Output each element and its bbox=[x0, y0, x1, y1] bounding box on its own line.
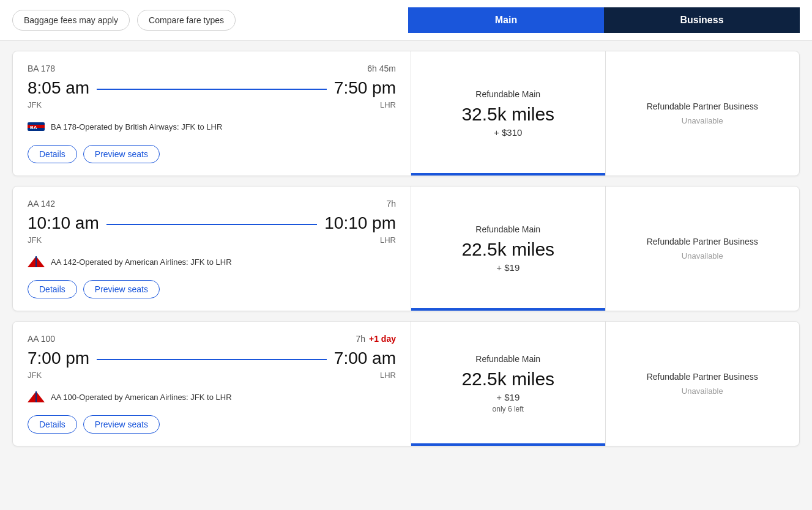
flight-number: AA 142 bbox=[28, 199, 55, 209]
fare-biz-unavailable: Unavailable bbox=[682, 251, 723, 261]
flight-actions: Details Preview seats bbox=[28, 145, 396, 163]
operated-by-text: AA 142-Operated by American Airlines: JF… bbox=[51, 257, 232, 267]
aa-logo-icon bbox=[28, 253, 45, 270]
flight-times: 10:10 am 10:10 pm bbox=[28, 213, 396, 233]
fare-biz-label: Refundable Partner Business bbox=[647, 102, 758, 111]
preview-seats-button[interactable]: Preview seats bbox=[83, 280, 160, 298]
flight-actions: Details Preview seats bbox=[28, 280, 396, 298]
flight-row-aa142: AA 142 7h 10:10 am 10:10 pm JFK LHR bbox=[12, 186, 800, 311]
flight-line-icon bbox=[97, 359, 327, 360]
flight-times: 8:05 am 7:50 pm bbox=[28, 78, 396, 98]
flight-duration: 6h 45m bbox=[367, 64, 396, 73]
fare-selected-bar bbox=[411, 443, 605, 446]
depart-airport: JFK bbox=[28, 371, 42, 380]
operated-by-text: BA 178-Operated by British Airways: JFK … bbox=[51, 122, 222, 131]
flight-row-aa100: AA 100 7h +1 day 7:00 pm 7:00 am JFK LHR bbox=[12, 321, 800, 446]
flight-actions: Details Preview seats bbox=[28, 415, 396, 434]
flight-times: 7:00 pm 7:00 am bbox=[28, 349, 396, 368]
preview-seats-button[interactable]: Preview seats bbox=[83, 415, 160, 434]
fare-option-business-ba178[interactable]: Refundable Partner Business Unavailable bbox=[605, 51, 800, 176]
flight-operated: AA 142-Operated by American Airlines: JF… bbox=[28, 253, 396, 270]
flight-operated: BA BA 178-Operated by British Airways: J… bbox=[28, 118, 396, 135]
flight-airports: JFK LHR bbox=[28, 100, 396, 109]
flight-number: BA 178 bbox=[28, 64, 55, 73]
aa-logo-icon bbox=[28, 388, 45, 405]
preview-seats-button[interactable]: Preview seats bbox=[83, 145, 160, 163]
arrive-airport: LHR bbox=[380, 100, 396, 109]
flight-header: AA 142 7h bbox=[28, 199, 396, 209]
fare-selected-bar bbox=[411, 173, 605, 176]
fare-main-fee: + $19 bbox=[496, 262, 520, 273]
ba-logo-icon: BA bbox=[28, 118, 45, 135]
fare-main-label: Refundable Main bbox=[475, 224, 540, 234]
fare-options-ba178: Refundable Main 32.5k miles + $310 Refun… bbox=[411, 51, 799, 176]
fare-biz-unavailable: Unavailable bbox=[682, 116, 723, 125]
flight-duration-container: 7h +1 day bbox=[356, 334, 396, 344]
fare-options-aa100: Refundable Main 22.5k miles + $19 only 6… bbox=[411, 322, 799, 446]
top-bar: Baggage fees may apply Compare fare type… bbox=[0, 0, 812, 41]
arrive-time: 7:50 pm bbox=[334, 78, 396, 98]
fare-option-main-aa142[interactable]: Refundable Main 22.5k miles + $19 bbox=[411, 187, 605, 311]
details-button[interactable]: Details bbox=[28, 415, 77, 434]
fare-options-aa142: Refundable Main 22.5k miles + $19 Refund… bbox=[411, 187, 799, 311]
flight-info-aa142: AA 142 7h 10:10 am 10:10 pm JFK LHR bbox=[13, 187, 411, 311]
plus-day: +1 day bbox=[369, 334, 396, 344]
flight-duration-container: 7h bbox=[386, 199, 396, 209]
fare-main-only-left: only 6 left bbox=[493, 405, 524, 413]
svg-text:BA: BA bbox=[30, 125, 37, 130]
depart-airport: JFK bbox=[28, 235, 42, 245]
flight-line-icon bbox=[97, 89, 327, 90]
operated-by-text: AA 100-Operated by American Airlines: JF… bbox=[51, 393, 232, 402]
flight-airports: JFK LHR bbox=[28, 371, 396, 380]
depart-time: 7:00 pm bbox=[28, 349, 89, 368]
tab-business[interactable]: Business bbox=[604, 7, 800, 33]
fare-main-fee: + $19 bbox=[496, 392, 520, 402]
arrive-airport: LHR bbox=[380, 235, 396, 245]
depart-time: 10:10 am bbox=[28, 213, 99, 233]
fare-main-label: Refundable Main bbox=[475, 89, 540, 99]
fare-main-label: Refundable Main bbox=[475, 354, 540, 364]
fare-option-business-aa142[interactable]: Refundable Partner Business Unavailable bbox=[605, 187, 800, 311]
fare-biz-unavailable: Unavailable bbox=[682, 386, 723, 396]
depart-time: 8:05 am bbox=[28, 78, 89, 98]
depart-airport: JFK bbox=[28, 100, 42, 109]
arrive-time: 7:00 am bbox=[334, 349, 396, 368]
details-button[interactable]: Details bbox=[28, 280, 77, 298]
fare-main-miles: 22.5k miles bbox=[461, 239, 554, 260]
fare-main-miles: 22.5k miles bbox=[461, 369, 554, 390]
fare-selected-bar bbox=[411, 308, 605, 311]
flight-info-aa100: AA 100 7h +1 day 7:00 pm 7:00 am JFK LHR bbox=[13, 322, 411, 446]
fare-option-main-aa100[interactable]: Refundable Main 22.5k miles + $19 only 6… bbox=[411, 322, 605, 446]
arrive-time: 10:10 pm bbox=[324, 213, 396, 233]
fare-biz-label: Refundable Partner Business bbox=[647, 372, 758, 382]
flight-header: BA 178 6h 45m bbox=[28, 64, 396, 73]
fare-biz-label: Refundable Partner Business bbox=[647, 237, 758, 246]
flight-operated: AA 100-Operated by American Airlines: JF… bbox=[28, 388, 396, 405]
flights-container: BA 178 6h 45m 8:05 am 7:50 pm JFK LHR BA bbox=[0, 41, 812, 456]
compare-fare-types-button[interactable]: Compare fare types bbox=[137, 10, 236, 31]
flight-header: AA 100 7h +1 day bbox=[28, 334, 396, 344]
flight-number: AA 100 bbox=[28, 334, 55, 344]
flight-duration: 7h bbox=[356, 334, 365, 344]
baggage-fees-button[interactable]: Baggage fees may apply bbox=[12, 10, 130, 31]
flight-duration-container: 6h 45m bbox=[367, 64, 396, 73]
flight-duration: 7h bbox=[386, 199, 396, 209]
tab-main[interactable]: Main bbox=[408, 7, 604, 33]
flight-info-ba178: BA 178 6h 45m 8:05 am 7:50 pm JFK LHR BA bbox=[13, 51, 411, 176]
details-button[interactable]: Details bbox=[28, 145, 77, 163]
arrive-airport: LHR bbox=[380, 371, 396, 380]
fare-main-fee: + $310 bbox=[494, 127, 522, 138]
fare-option-business-aa100[interactable]: Refundable Partner Business Unavailable bbox=[605, 322, 800, 446]
flight-line-icon bbox=[106, 224, 318, 225]
fare-tabs: Main Business bbox=[408, 7, 800, 33]
flight-row-ba178: BA 178 6h 45m 8:05 am 7:50 pm JFK LHR BA bbox=[12, 51, 800, 176]
fare-option-main-ba178[interactable]: Refundable Main 32.5k miles + $310 bbox=[411, 51, 605, 176]
fare-main-miles: 32.5k miles bbox=[461, 104, 554, 125]
flight-airports: JFK LHR bbox=[28, 235, 396, 245]
